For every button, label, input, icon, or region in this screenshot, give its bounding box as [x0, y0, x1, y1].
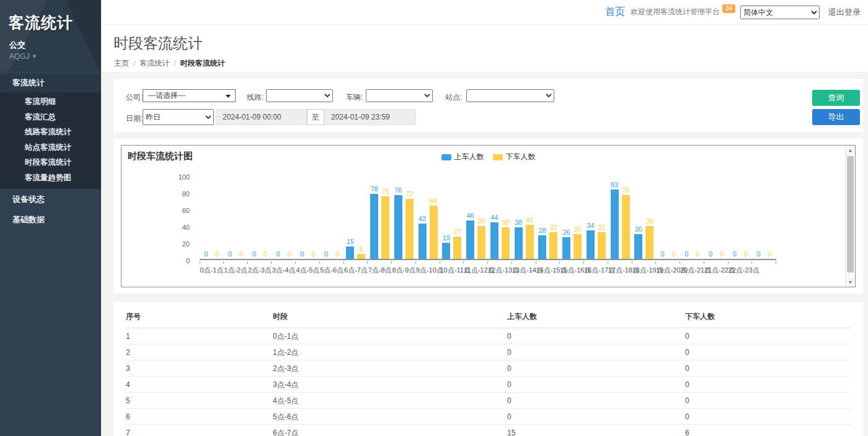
bar-value-label: 0 [300, 250, 304, 258]
y-axis-tick-label: 0 [122, 257, 190, 264]
vehicle-select[interactable] [366, 89, 433, 102]
bar[interactable] [346, 246, 354, 259]
company-select[interactable]: ---请选择--- [143, 89, 236, 102]
sidebar-item[interactable]: 站点客流统计 [0, 140, 101, 155]
axis-tick [320, 261, 344, 264]
page-title: 时段客流统计 [113, 33, 868, 53]
scrollbar-thumb[interactable] [847, 156, 854, 272]
x-axis-category-label: 12点-13点 [488, 266, 512, 275]
legend-item[interactable]: 下车人数 [493, 152, 536, 162]
bar[interactable] [515, 227, 523, 259]
table-cell: 4 [126, 377, 273, 393]
table-column-header: 序号 [126, 312, 273, 322]
bar-group: 00 [272, 175, 296, 259]
axis-tick [656, 261, 680, 264]
bar[interactable] [405, 199, 414, 259]
bar[interactable] [453, 237, 461, 259]
scroll-down-icon[interactable]: ▼ [846, 277, 855, 287]
axis-tick [536, 261, 560, 264]
breadcrumb-item[interactable]: 主页 [114, 58, 129, 69]
bar-column: 32 [598, 175, 606, 259]
bar-group: 00 [296, 175, 320, 259]
export-button[interactable]: 导出 [812, 109, 860, 125]
chart-panel: 时段车流统计图 上车人数下车人数 020406080100 0000000000… [113, 139, 863, 294]
bar-value-label: 0 [252, 250, 256, 258]
home-link[interactable]: 首页 [605, 6, 625, 19]
bar-value-label: 0 [768, 250, 772, 258]
bar-value-label: 42 [418, 215, 426, 222]
table-cell: 4点-5点 [273, 393, 507, 409]
logout-link[interactable]: 退出登录 [828, 7, 861, 18]
date-end-input[interactable] [324, 109, 416, 125]
date-start-input[interactable] [216, 109, 307, 125]
sidebar-item[interactable]: 时段客流统计 [0, 155, 101, 170]
sidebar-item[interactable]: 线路客流统计 [0, 124, 101, 140]
table-row: 32点-3点00 [126, 360, 851, 377]
bar-value-label: 0 [311, 250, 315, 258]
bar-column: 72 [405, 175, 414, 259]
bar[interactable] [430, 206, 438, 259]
bar[interactable] [645, 226, 653, 259]
line-select[interactable] [266, 89, 333, 102]
bar-value-label: 0 [672, 250, 676, 258]
bar-group: 00 [728, 175, 753, 259]
breadcrumb-item[interactable]: 客流统计 [140, 58, 169, 69]
bar[interactable] [394, 195, 402, 259]
bar[interactable] [381, 196, 389, 259]
org-code-selector[interactable]: AQGJ ▼ [0, 51, 101, 61]
sidebar-item[interactable]: 客流明细 [0, 94, 101, 110]
bar[interactable] [418, 224, 427, 259]
bar-group: 3039 [632, 175, 657, 259]
bar-column: 30 [634, 175, 642, 259]
bar[interactable] [370, 194, 378, 259]
company-label: 公司: [126, 92, 143, 103]
bar[interactable] [549, 232, 557, 259]
bar[interactable] [526, 225, 534, 259]
sidebar-item[interactable]: 客流量趋势图 [0, 170, 101, 186]
station-select[interactable] [466, 89, 554, 102]
bar-column: 0 [707, 175, 715, 259]
bar-plot: 0000000000001567875767242641927463944383… [200, 177, 776, 260]
x-axis-category-label: 17点-18点 [608, 266, 632, 275]
bar[interactable] [634, 234, 642, 259]
legend-label: 下车人数 [506, 152, 536, 162]
axis-tick [416, 261, 440, 264]
bar[interactable] [574, 234, 582, 259]
scroll-up-icon[interactable]: ▲ [846, 146, 855, 155]
date-preset-select[interactable]: 昨日 [143, 109, 214, 125]
sidebar-section: 客流统计客流明细客流汇总线路客流统计站点客流统计时段客流统计客流量趋势图 [0, 74, 101, 189]
axis-tick [728, 261, 753, 264]
bar-group: 00 [320, 175, 344, 259]
x-axis-category-label: 22点-23点 [728, 266, 753, 275]
sidebar-section-header[interactable]: 基础数据 [0, 209, 101, 230]
bar[interactable] [490, 222, 498, 259]
query-button[interactable]: 查询 [812, 90, 860, 106]
bar[interactable] [562, 237, 570, 259]
bar-column: 38 [502, 175, 510, 259]
bar[interactable] [538, 235, 546, 259]
bar[interactable] [502, 227, 510, 259]
bar-value-label: 38 [515, 219, 522, 226]
bar[interactable] [466, 220, 474, 259]
bar[interactable] [598, 232, 606, 259]
table-cell: 0 [507, 409, 685, 425]
table-cell: 5点-6点 [273, 409, 507, 425]
bar-column: 78 [370, 175, 378, 259]
bar[interactable] [587, 230, 595, 259]
sidebar-section-header[interactable]: 客流统计 [0, 74, 101, 92]
bar[interactable] [611, 190, 619, 259]
legend-item[interactable]: 上车人数 [441, 152, 484, 162]
bar[interactable] [622, 195, 630, 259]
line-label: 线路: [247, 92, 264, 103]
bar-value-label: 0 [757, 250, 761, 258]
sidebar-section-header[interactable]: 设备状态 [0, 189, 101, 209]
bar-group: 2832 [536, 175, 560, 259]
table-cell: 0 [507, 393, 685, 409]
bar-group: 00 [680, 175, 704, 259]
bar[interactable] [357, 254, 365, 259]
language-select[interactable]: 简体中文 [740, 6, 820, 19]
bar[interactable] [477, 226, 485, 259]
sidebar-item[interactable]: 客流汇总 [0, 110, 101, 125]
bar-value-label: 0 [264, 250, 267, 258]
bar[interactable] [442, 243, 450, 259]
